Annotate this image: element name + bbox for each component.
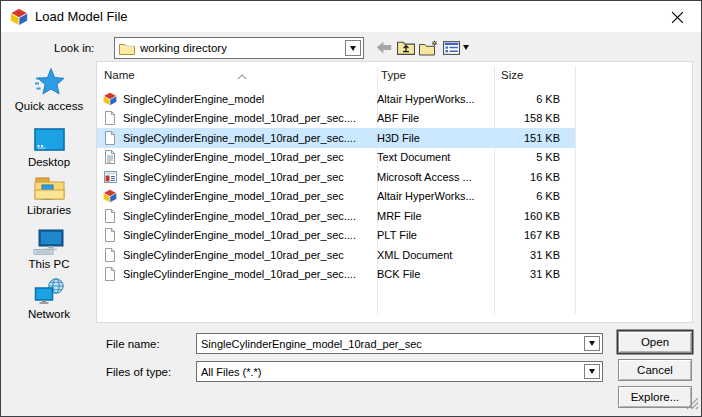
quick-access-icon (5, 65, 93, 97)
file-name-label: File name: (106, 338, 160, 350)
table-row[interactable]: SingleCylinderEngine_model_10rad_per_sec… (97, 148, 575, 168)
hyperworks-file-icon (103, 189, 117, 203)
view-menu-caret-icon[interactable] (463, 45, 469, 50)
file-type-cell: Microsoft Access ... (377, 171, 494, 183)
sidebar-item-network[interactable]: Network (5, 273, 93, 320)
sidebar-item-label: Desktop (5, 156, 93, 168)
file-name-cell: SingleCylinderEngine_model_10rad_per_sec… (97, 267, 377, 281)
look-in-combobox[interactable]: working directory (114, 37, 364, 59)
generic-file-icon (103, 228, 117, 242)
file-name-cell: SingleCylinderEngine_model_10rad_per_sec… (97, 131, 377, 145)
back-icon[interactable] (373, 37, 394, 58)
file-name-cell: SingleCylinderEngine_model_10rad_per_sec… (97, 111, 377, 125)
table-row[interactable]: SingleCylinderEngine_model_10rad_per_sec… (97, 245, 575, 265)
file-type-cell: Altair HyperWorks... (377, 93, 494, 105)
title-bar: Load Model File (1, 1, 701, 32)
file-name-text: SingleCylinderEngine_model (123, 93, 264, 105)
files-of-type-label: Files of type: (106, 366, 171, 378)
table-row[interactable]: SingleCylinderEngine_model_10rad_per_sec… (97, 187, 575, 207)
close-icon[interactable] (664, 5, 690, 29)
table-row[interactable]: SingleCylinderEngine_model_10rad_per_sec… (97, 206, 575, 226)
up-one-level-icon[interactable] (395, 37, 416, 58)
sidebar-item-quick-access[interactable]: Quick access (5, 65, 93, 112)
files-of-type-dropdown-button[interactable] (584, 364, 600, 379)
hyperworks-file-icon (103, 92, 117, 106)
table-row[interactable]: SingleCylinderEngine_modelAltair HyperWo… (97, 89, 575, 109)
sort-ascending-icon (237, 66, 247, 84)
table-row[interactable]: SingleCylinderEngine_model_10rad_per_sec… (97, 109, 575, 129)
file-name-cell: SingleCylinderEngine_model_10rad_per_sec (97, 150, 377, 164)
file-name-cell: SingleCylinderEngine_model_10rad_per_sec… (97, 228, 377, 242)
file-name-text: SingleCylinderEngine_model_10rad_per_sec (123, 249, 344, 261)
this-pc-icon (5, 223, 93, 255)
libraries-icon (5, 169, 93, 201)
generic-file-icon (103, 267, 117, 281)
file-size-cell: 31 KB (494, 249, 570, 261)
column-header-size[interactable]: Size (501, 62, 523, 87)
files-of-type-value: All Files (*.*) (201, 366, 262, 378)
file-type-cell: Text Document (377, 151, 494, 163)
network-icon (5, 273, 93, 305)
file-name-text: SingleCylinderEngine_model_10rad_per_sec… (123, 210, 356, 222)
file-name-cell: SingleCylinderEngine_model_10rad_per_sec… (97, 209, 377, 223)
access-file-icon (103, 171, 117, 183)
table-row[interactable]: SingleCylinderEngine_model_10rad_per_sec… (97, 128, 575, 148)
file-size-cell: 5 KB (494, 151, 570, 163)
file-size-cell: 167 KB (494, 229, 570, 241)
file-name-text: SingleCylinderEngine_model_10rad_per_sec (123, 171, 344, 183)
generic-file-icon (103, 209, 117, 223)
column-header-name[interactable]: Name (104, 62, 135, 87)
create-new-folder-icon[interactable] (418, 37, 439, 58)
file-name-dropdown-button[interactable] (584, 336, 600, 351)
look-in-dropdown-button[interactable] (345, 40, 361, 56)
file-size-cell: 6 KB (494, 93, 570, 105)
load-model-file-dialog: Load Model File Look in: working directo… (0, 0, 702, 417)
file-type-cell: XML Document (377, 249, 494, 261)
file-name-text: SingleCylinderEngine_model_10rad_per_sec… (123, 268, 356, 280)
file-type-cell: Altair HyperWorks... (377, 190, 494, 202)
file-name-input[interactable] (201, 338, 561, 350)
file-size-cell: 151 KB (494, 132, 570, 144)
file-size-cell: 158 KB (494, 112, 570, 124)
table-row[interactable]: SingleCylinderEngine_model_10rad_per_sec… (97, 167, 575, 187)
sidebar-item-desktop[interactable]: Desktop (5, 121, 93, 168)
open-button[interactable]: Open (618, 331, 692, 353)
file-name-text: SingleCylinderEngine_model_10rad_per_sec (123, 190, 344, 202)
sidebar-item-label: This PC (5, 258, 93, 270)
text-file-icon (103, 150, 117, 164)
hyperworks-app-icon (10, 8, 28, 26)
file-name-cell: SingleCylinderEngine_model (97, 92, 377, 106)
file-type-cell: BCK File (377, 268, 494, 280)
view-menu-icon[interactable] (441, 37, 462, 58)
table-row[interactable]: SingleCylinderEngine_model_10rad_per_sec… (97, 226, 575, 246)
sidebar-item-label: Libraries (5, 204, 93, 216)
generic-file-icon (103, 131, 117, 145)
look-in-label: Look in: (54, 42, 94, 54)
table-row[interactable]: SingleCylinderEngine_model_10rad_per_sec… (97, 265, 575, 285)
desktop-icon (5, 121, 93, 153)
column-separator (575, 66, 576, 314)
generic-file-icon (103, 111, 117, 125)
cancel-button[interactable]: Cancel (618, 359, 692, 381)
file-name-text: SingleCylinderEngine_model_10rad_per_sec… (123, 229, 356, 241)
sidebar-item-this-pc[interactable]: This PC (5, 223, 93, 270)
column-header-type[interactable]: Type (381, 62, 406, 87)
resize-grip[interactable] (686, 396, 699, 414)
window-title: Load Model File (35, 9, 128, 24)
explore-button[interactable]: Explore... (618, 386, 692, 408)
generic-file-icon (103, 248, 117, 262)
sidebar-item-label: Network (5, 308, 93, 320)
file-type-cell: ABF File (377, 112, 494, 124)
look-in-value: working directory (140, 42, 227, 54)
file-name-text: SingleCylinderEngine_model_10rad_per_sec… (123, 112, 356, 124)
sidebar-item-libraries[interactable]: Libraries (5, 169, 93, 216)
file-name-text: SingleCylinderEngine_model_10rad_per_sec (123, 151, 344, 163)
files-of-type-combobox[interactable]: All Files (*.*) (196, 361, 603, 382)
file-size-cell: 6 KB (494, 190, 570, 202)
file-name-cell: SingleCylinderEngine_model_10rad_per_sec (97, 189, 377, 203)
sidebar-item-label: Quick access (5, 100, 93, 112)
file-type-cell: H3D File (377, 132, 494, 144)
file-name-combobox[interactable] (196, 333, 603, 354)
file-list: Name Type Size SingleCylinderEngine_mode… (96, 61, 693, 323)
file-name-cell: SingleCylinderEngine_model_10rad_per_sec (97, 171, 377, 183)
